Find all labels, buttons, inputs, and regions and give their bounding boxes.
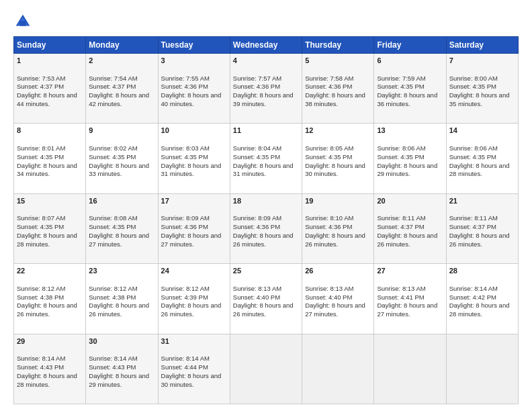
- calendar-cell: 9Sunrise: 8:02 AMSunset: 4:35 PMDaylight…: [86, 124, 158, 193]
- page: SundayMondayTuesdayWednesdayThursdayFrid…: [0, 0, 532, 411]
- day-number: 9: [89, 126, 154, 136]
- calendar-cell: 16Sunrise: 8:08 AMSunset: 4:35 PMDayligh…: [86, 193, 158, 263]
- calendar-cell: [230, 334, 302, 404]
- daylight-text: Daylight: 8 hours and 26 minutes.: [233, 232, 294, 248]
- sunrise-text: Sunrise: 8:01 AM: [17, 144, 65, 152]
- day-number: 26: [305, 266, 371, 276]
- sunset-text: Sunset: 4:44 PM: [161, 363, 208, 371]
- daylight-text: Daylight: 8 hours and 31 minutes.: [161, 162, 222, 178]
- calendar-cell: 30Sunrise: 8:14 AMSunset: 4:43 PMDayligh…: [86, 334, 158, 404]
- daylight-text: Daylight: 8 hours and 42 minutes.: [89, 91, 149, 107]
- sunrise-text: Sunrise: 8:07 AM: [17, 214, 65, 222]
- daylight-text: Daylight: 8 hours and 31 minutes.: [233, 162, 294, 178]
- sunrise-text: Sunrise: 8:10 AM: [305, 214, 353, 222]
- day-number: 15: [17, 196, 83, 206]
- sunrise-text: Sunrise: 7:54 AM: [89, 75, 137, 82]
- daylight-text: Daylight: 8 hours and 27 minutes.: [305, 302, 365, 318]
- calendar-cell: 28Sunrise: 8:14 AMSunset: 4:42 PMDayligh…: [446, 264, 518, 334]
- day-number: 8: [17, 126, 83, 136]
- day-number: 6: [377, 56, 443, 66]
- sunrise-text: Sunrise: 8:03 AM: [161, 144, 210, 152]
- daylight-text: Daylight: 8 hours and 38 minutes.: [305, 91, 365, 107]
- calendar-cell: [446, 334, 518, 404]
- calendar-cell: 12Sunrise: 8:05 AMSunset: 4:35 PMDayligh…: [302, 124, 374, 193]
- day-number: 18: [233, 196, 299, 206]
- sunset-text: Sunset: 4:35 PM: [377, 153, 424, 161]
- day-number: 23: [89, 266, 154, 276]
- calendar-cell: 26Sunrise: 8:13 AMSunset: 4:40 PMDayligh…: [302, 264, 374, 334]
- day-number: 28: [449, 266, 515, 276]
- sunset-text: Sunset: 4:42 PM: [449, 293, 496, 301]
- day-number: 10: [161, 126, 227, 136]
- day-header-sunday: Sunday: [14, 37, 86, 54]
- sunrise-text: Sunrise: 8:12 AM: [89, 285, 137, 292]
- logo: [13, 12, 35, 31]
- sunset-text: Sunset: 4:38 PM: [89, 293, 136, 301]
- day-number: 1: [17, 56, 83, 66]
- day-number: 29: [17, 336, 83, 347]
- sunrise-text: Sunrise: 8:08 AM: [89, 214, 137, 222]
- daylight-text: Daylight: 8 hours and 29 minutes.: [89, 372, 149, 388]
- daylight-text: Daylight: 8 hours and 27 minutes.: [89, 232, 149, 248]
- sunrise-text: Sunrise: 8:14 AM: [449, 285, 498, 292]
- day-number: 25: [233, 266, 299, 276]
- calendar-cell: 4Sunrise: 7:57 AMSunset: 4:36 PMDaylight…: [230, 54, 302, 124]
- daylight-text: Daylight: 8 hours and 26 minutes.: [233, 302, 294, 318]
- sunset-text: Sunset: 4:35 PM: [89, 153, 136, 161]
- sunrise-text: Sunrise: 8:12 AM: [161, 285, 210, 292]
- daylight-text: Daylight: 8 hours and 36 minutes.: [377, 91, 437, 107]
- calendar-cell: 19Sunrise: 8:10 AMSunset: 4:36 PMDayligh…: [302, 193, 374, 263]
- daylight-text: Daylight: 8 hours and 39 minutes.: [233, 91, 294, 107]
- sunset-text: Sunset: 4:36 PM: [305, 223, 352, 230]
- sunrise-text: Sunrise: 8:04 AM: [233, 144, 281, 152]
- day-number: 4: [233, 56, 299, 66]
- sunset-text: Sunset: 4:43 PM: [17, 363, 64, 371]
- day-number: 2: [89, 56, 154, 66]
- daylight-text: Daylight: 8 hours and 26 minutes.: [89, 302, 149, 318]
- sunrise-text: Sunrise: 8:06 AM: [377, 144, 425, 152]
- daylight-text: Daylight: 8 hours and 30 minutes.: [305, 162, 365, 178]
- day-number: 14: [449, 126, 515, 136]
- calendar-cell: 2Sunrise: 7:54 AMSunset: 4:37 PMDaylight…: [86, 54, 158, 124]
- daylight-text: Daylight: 8 hours and 44 minutes.: [17, 91, 77, 107]
- sunrise-text: Sunrise: 8:13 AM: [377, 285, 425, 292]
- daylight-text: Daylight: 8 hours and 26 minutes.: [449, 232, 510, 248]
- calendar-cell: 3Sunrise: 7:55 AMSunset: 4:36 PMDaylight…: [158, 54, 230, 124]
- calendar-cell: 6Sunrise: 7:59 AMSunset: 4:35 PMDaylight…: [374, 54, 446, 124]
- sunset-text: Sunset: 4:36 PM: [233, 223, 280, 230]
- sunset-text: Sunset: 4:35 PM: [449, 153, 496, 161]
- sunrise-text: Sunrise: 8:14 AM: [89, 355, 137, 362]
- sunrise-text: Sunrise: 8:11 AM: [449, 214, 498, 222]
- calendar-cell: 20Sunrise: 8:11 AMSunset: 4:37 PMDayligh…: [374, 193, 446, 263]
- daylight-text: Daylight: 8 hours and 28 minutes.: [17, 372, 77, 388]
- calendar-cell: [302, 334, 374, 404]
- daylight-text: Daylight: 8 hours and 28 minutes.: [449, 302, 510, 318]
- sunrise-text: Sunrise: 8:12 AM: [17, 285, 65, 292]
- daylight-text: Daylight: 8 hours and 26 minutes.: [161, 302, 222, 318]
- calendar-cell: 29Sunrise: 8:14 AMSunset: 4:43 PMDayligh…: [14, 334, 86, 404]
- sunset-text: Sunset: 4:40 PM: [233, 293, 280, 301]
- sunset-text: Sunset: 4:36 PM: [161, 83, 208, 90]
- daylight-text: Daylight: 8 hours and 28 minutes.: [449, 162, 510, 178]
- day-number: 20: [377, 196, 443, 206]
- day-number: 5: [305, 56, 371, 66]
- sunset-text: Sunset: 4:37 PM: [377, 223, 424, 230]
- sunset-text: Sunset: 4:35 PM: [449, 83, 496, 90]
- sunset-text: Sunset: 4:39 PM: [161, 293, 208, 301]
- sunset-text: Sunset: 4:36 PM: [305, 83, 352, 90]
- sunrise-text: Sunrise: 7:53 AM: [17, 75, 65, 82]
- daylight-text: Daylight: 8 hours and 29 minutes.: [377, 162, 437, 178]
- day-number: 21: [449, 196, 515, 206]
- logo-icon: [13, 12, 32, 31]
- sunset-text: Sunset: 4:37 PM: [449, 223, 496, 230]
- calendar-cell: 11Sunrise: 8:04 AMSunset: 4:35 PMDayligh…: [230, 124, 302, 193]
- calendar-cell: 25Sunrise: 8:13 AMSunset: 4:40 PMDayligh…: [230, 264, 302, 334]
- sunset-text: Sunset: 4:40 PM: [305, 293, 352, 301]
- sunset-text: Sunset: 4:35 PM: [305, 153, 352, 161]
- daylight-text: Daylight: 8 hours and 26 minutes.: [17, 302, 77, 318]
- sunset-text: Sunset: 4:36 PM: [161, 223, 208, 230]
- day-number: 16: [89, 196, 154, 206]
- calendar-cell: 17Sunrise: 8:09 AMSunset: 4:36 PMDayligh…: [158, 193, 230, 263]
- calendar-cell: 23Sunrise: 8:12 AMSunset: 4:38 PMDayligh…: [86, 264, 158, 334]
- day-number: 27: [377, 266, 443, 276]
